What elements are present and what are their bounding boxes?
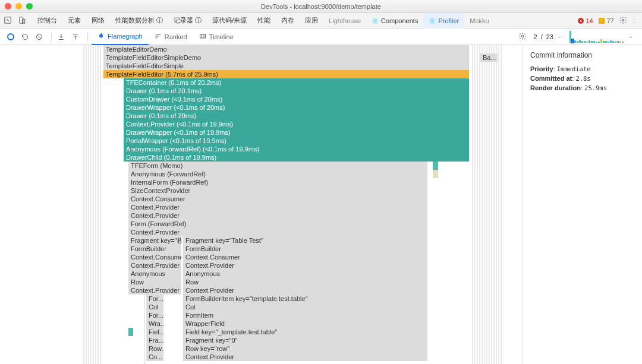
tab-network[interactable]: 网络 [86, 13, 110, 29]
flame-row[interactable]: Context.Consumer [183, 253, 428, 261]
commit-bar[interactable] [572, 39, 574, 43]
commit-bar[interactable] [603, 41, 605, 43]
flame-row[interactable]: TemplateFieldEditorSimple [103, 62, 470, 70]
flame-row[interactable]: Col [146, 303, 164, 311]
save-button[interactable] [70, 31, 81, 43]
tab-performance[interactable]: 性能 [252, 13, 276, 29]
flame-row[interactable]: Anonymous (ForwardRef) [128, 170, 428, 178]
commit-bar[interactable] [608, 42, 609, 43]
flamegraph-panel[interactable]: TemplateEditorDemoTemplateFieldEditorSim… [0, 45, 523, 364]
flame-row[interactable]: Context.Provider [128, 211, 428, 220]
tab-recorder[interactable]: 记录器 ⓘ [168, 13, 207, 29]
flame-row[interactable]: Form (ForwardRef) [128, 220, 428, 228]
flame-row[interactable]: Context.Provider [183, 353, 428, 361]
view-ranked[interactable]: Ranked [149, 29, 193, 45]
flame-row[interactable]: Fragment key="0" [183, 336, 428, 344]
flame-row[interactable]: Anonymous [128, 270, 182, 278]
flame-row[interactable]: Anonymous [183, 270, 428, 278]
settings-icon[interactable] [619, 16, 627, 26]
pager-next[interactable]: → [627, 33, 634, 40]
view-timeline[interactable]: Timeline [193, 29, 240, 45]
warning-count[interactable]: 77 [598, 17, 614, 24]
inspect-icon[interactable] [4, 16, 12, 26]
commit-bar[interactable] [612, 41, 614, 43]
flame-row[interactable] [433, 170, 439, 178]
flame-row[interactable]: Context.Provider [183, 286, 428, 295]
flame-row[interactable]: CustomDrawer (<0.1ms of 20ms) [124, 95, 470, 103]
flame-row[interactable]: Col [183, 303, 428, 311]
flame-row[interactable]: FormItem [183, 311, 428, 319]
flame-row[interactable]: FormBuilderItem key="template.test.table… [183, 295, 428, 303]
commit-bar[interactable] [619, 41, 621, 43]
commit-bar[interactable] [593, 41, 595, 43]
flame-row[interactable]: Context.Provider [128, 228, 428, 236]
flame-row[interactable]: InternalForm (ForwardRef) [128, 178, 428, 186]
commit-bar[interactable] [579, 40, 581, 43]
flame-row[interactable]: Fra... [146, 336, 164, 344]
flame-row[interactable]: DrawerChild (0.1ms of 19.9ms) [124, 153, 470, 162]
flame-row[interactable]: Row key="row" [183, 344, 428, 353]
flame-row[interactable]: Co... [146, 353, 164, 361]
tab-components[interactable]: Components [366, 13, 423, 29]
minimize-window-button[interactable] [15, 3, 22, 10]
commit-bar[interactable] [584, 41, 586, 43]
tab-console[interactable]: 控制台 [32, 13, 62, 29]
flame-row[interactable]: TemplateFieldEditor (5.7ms of 25.9ms) [103, 70, 470, 78]
commit-bar[interactable] [622, 42, 624, 43]
commit-bar[interactable] [591, 41, 593, 43]
load-button[interactable] [55, 31, 67, 43]
flame-row[interactable]: TFEContainer (0.1ms of 20.2ms) [124, 78, 470, 87]
flame-row[interactable]: Context.Provider [128, 261, 182, 270]
record-button[interactable] [5, 31, 17, 43]
flame-row[interactable]: Row [183, 278, 428, 286]
device-icon[interactable] [18, 16, 26, 26]
flame-row[interactable]: DrawerWrapper (<0.1ms of 20ms) [124, 103, 470, 112]
pager-prev[interactable]: ← [557, 33, 564, 40]
flame-row[interactable] [128, 328, 134, 336]
tab-application[interactable]: 应用 [300, 13, 323, 29]
flame-row[interactable]: Context.Provider (<0.1ms of 19.9ms) [124, 120, 470, 128]
flame-row[interactable]: Row [128, 278, 182, 286]
commit-bar[interactable] [615, 42, 616, 43]
flame-row[interactable]: Context.Provider [183, 261, 428, 270]
tab-elements[interactable]: 元素 [62, 13, 86, 29]
flame-row[interactable]: Ba... [480, 53, 498, 62]
tab-sources[interactable]: 源代码/来源 [207, 13, 252, 29]
commit-bar[interactable] [610, 40, 612, 43]
flame-row[interactable]: TemplateFieldEditorSimpleDemo [103, 53, 470, 62]
flame-row[interactable]: For... [146, 311, 164, 319]
commit-bar[interactable] [596, 42, 597, 43]
commit-bar[interactable] [586, 42, 588, 43]
flame-row[interactable]: Fragment key="Table Test" [183, 236, 428, 245]
flame-row[interactable]: Context.Consumer [128, 253, 182, 261]
view-flamegraph[interactable]: Flamegraph [92, 29, 149, 45]
commit-bar[interactable] [577, 41, 578, 43]
commit-bar[interactable] [574, 40, 576, 43]
tab-memory[interactable]: 内存 [276, 13, 300, 29]
flame-row[interactable]: SizeContextProvider [128, 186, 428, 195]
commit-minichart[interactable] [569, 31, 624, 43]
flame-row[interactable]: For... [146, 295, 164, 303]
flame-row[interactable]: Anonymous (ForwardRef) (<0.1ms of 19.9ms… [124, 145, 470, 153]
tab-lighthouse[interactable]: Lighthouse [323, 13, 366, 29]
flame-row[interactable]: WrapperField [183, 319, 428, 328]
flame-row[interactable]: Context.Consumer [128, 195, 428, 203]
commit-bar[interactable] [588, 40, 590, 43]
commit-bar[interactable] [598, 42, 600, 43]
commit-bar[interactable] [617, 41, 619, 43]
flame-row[interactable]: FormBuilder [183, 245, 428, 253]
tab-mokku[interactable]: Mokku [464, 13, 494, 29]
close-window-button[interactable] [5, 3, 11, 10]
reload-button[interactable] [19, 31, 31, 43]
flame-row[interactable]: Fragment key="模... [128, 236, 182, 245]
flame-row[interactable]: Fiel... [146, 328, 164, 336]
profiler-settings-icon[interactable] [518, 32, 527, 42]
more-icon[interactable]: ⋮ [631, 17, 637, 24]
flame-row[interactable]: Row... [146, 344, 164, 353]
flame-row[interactable]: TemplateEditorDemo [103, 45, 470, 53]
flame-row[interactable]: Context.Provider [128, 203, 428, 211]
flame-row[interactable]: PortalWrapper (<0.1ms of 19.9ms) [124, 137, 470, 145]
flame-row[interactable]: Drawer (0.1ms of 20ms) [124, 112, 470, 120]
tab-profiler[interactable]: Profiler [423, 13, 464, 29]
commit-bar[interactable] [569, 31, 571, 43]
